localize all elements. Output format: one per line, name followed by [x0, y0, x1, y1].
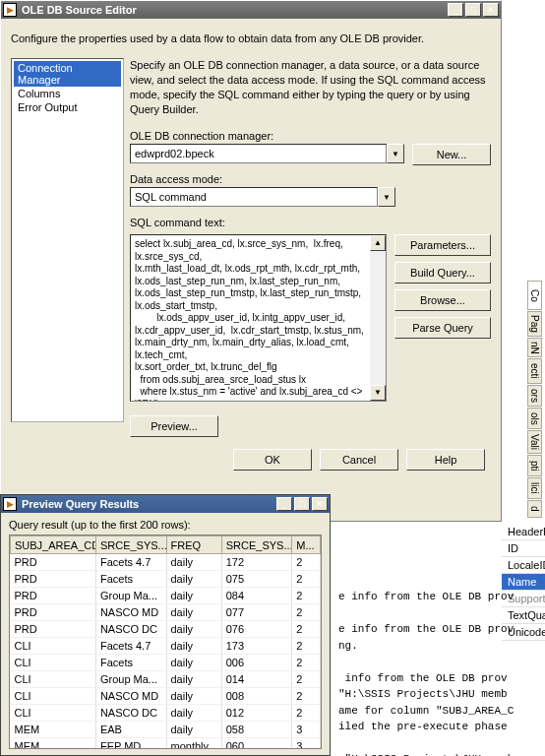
table-row[interactable]: PRDNASCO MDdaily0772 [11, 604, 321, 621]
preview-subtitle: Query result (up to the first 200 rows): [9, 519, 322, 531]
table-row[interactable]: CLIGroup Ma...daily0142 [11, 671, 321, 688]
cell: 058 [221, 722, 292, 738]
cell: 077 [221, 604, 292, 621]
minimize-button[interactable]: _ [276, 497, 292, 511]
cell: CLI [11, 671, 96, 688]
table-row[interactable]: CLIFacetsdaily0062 [11, 655, 321, 671]
cell: 075 [221, 571, 292, 588]
table-row[interactable]: MEMFEP MDmonthly0603 [11, 738, 321, 750]
side-tab[interactable]: Co [527, 281, 542, 310]
cell: 3 [292, 738, 321, 750]
col-header[interactable]: SUBJ_AREA_CD [11, 536, 96, 554]
bg-log: e info from the OLE DB prov e info from … [338, 589, 514, 756]
results-grid[interactable]: SUBJ_AREA_CDSRCE_SYS...FREQSRCE_SYS...M.… [9, 535, 322, 749]
cell: daily [166, 638, 221, 655]
parse-query-button[interactable]: Parse Query [394, 317, 491, 339]
help-button[interactable]: Help [406, 449, 485, 471]
side-tabs: Co Pag nN ecti ors ols Vali pti lici d [527, 281, 545, 519]
maximize-button[interactable]: □ [294, 497, 310, 511]
scroll-down-button[interactable]: ▼ [370, 385, 386, 401]
cell: PRD [11, 621, 96, 638]
table-row[interactable]: PRDFacetsdaily0752 [11, 571, 321, 588]
side-tab[interactable]: ors [527, 385, 542, 407]
cell: 008 [221, 688, 292, 705]
cell: 084 [221, 588, 292, 604]
col-header[interactable]: FREQ [166, 536, 221, 554]
prop-item: HeaderR [502, 524, 545, 540]
col-header[interactable]: SRCE_SYS... [221, 536, 292, 554]
window-title: Preview Query Results [20, 498, 274, 510]
side-tab[interactable]: Pag [527, 311, 542, 337]
table-row[interactable]: CLINASCO DCdaily0122 [11, 705, 321, 722]
side-tab[interactable]: ols [527, 408, 542, 429]
cell: 3 [292, 722, 321, 738]
preview-button[interactable]: Preview... [130, 415, 218, 437]
side-tab[interactable]: ecti [527, 358, 542, 384]
cell: CLI [11, 688, 96, 705]
cell: 012 [221, 705, 292, 722]
prop-item: ID [502, 540, 545, 557]
side-tab[interactable]: lici [527, 477, 542, 499]
table-row[interactable]: CLINASCO MDdaily0082 [11, 688, 321, 705]
nav-columns[interactable]: Columns [14, 87, 121, 100]
cell: daily [166, 722, 221, 738]
cell: NASCO DC [95, 621, 166, 638]
browse-button[interactable]: Browse... [394, 289, 491, 311]
side-tab[interactable]: pti [527, 455, 542, 476]
cell: PRD [11, 571, 96, 588]
cell: 2 [292, 671, 321, 688]
cell: daily [166, 671, 221, 688]
mode-input[interactable] [130, 187, 378, 207]
cell: 2 [292, 705, 321, 722]
cell: 2 [292, 621, 321, 638]
cell: 2 [292, 571, 321, 588]
build-query-button[interactable]: Build Query... [394, 262, 491, 284]
cell: 006 [221, 655, 292, 671]
cell: 014 [221, 671, 292, 688]
cell: Facets [95, 571, 166, 588]
app-icon: ▶ [3, 497, 17, 511]
nav-list[interactable]: Connection Manager Columns Error Output [11, 58, 124, 422]
nav-connection-manager[interactable]: Connection Manager [14, 61, 121, 87]
table-row[interactable]: CLIFacets 4.7daily1732 [11, 638, 321, 655]
new-button[interactable]: New... [412, 144, 491, 165]
app-icon: ▶ [3, 3, 17, 17]
close-button[interactable]: ✕ [483, 3, 499, 17]
side-tab[interactable]: Vali [527, 430, 542, 454]
cell: daily [166, 688, 221, 705]
close-button[interactable]: ✕ [312, 497, 328, 511]
cell: Group Ma... [95, 671, 166, 688]
table-row[interactable]: PRDNASCO DCdaily0762 [11, 621, 321, 638]
cell: 060 [221, 738, 292, 750]
scroll-up-button[interactable]: ▲ [370, 235, 386, 251]
conn-dropdown[interactable]: ▼ [387, 144, 404, 163]
titlebar[interactable]: ▶ Preview Query Results _ □ ✕ [1, 495, 330, 513]
col-header[interactable]: SRCE_SYS... [95, 536, 166, 554]
scrollbar[interactable] [370, 251, 386, 385]
table-row[interactable]: PRDFacets 4.7daily1722 [11, 554, 321, 571]
table-row[interactable]: MEMEABdaily0583 [11, 722, 321, 738]
conn-input[interactable] [130, 144, 387, 163]
cancel-button[interactable]: Cancel [320, 449, 398, 471]
side-tab[interactable]: nN [527, 338, 542, 357]
cell: FEP MD [95, 738, 166, 750]
col-header[interactable]: M... [292, 536, 321, 554]
nav-error-output[interactable]: Error Output [14, 100, 121, 114]
cell: PRD [11, 604, 96, 621]
side-tab[interactable]: d [527, 500, 542, 518]
table-row[interactable]: PRDGroup Ma...daily0842 [11, 588, 321, 604]
cell: daily [166, 655, 221, 671]
prop-item: LocaleID [502, 557, 545, 574]
minimize-button[interactable]: _ [448, 3, 463, 17]
conn-label: OLE DB connection manager: [130, 130, 491, 142]
preview-query-results-window: ▶ Preview Query Results _ □ ✕ Query resu… [0, 494, 331, 756]
ok-button[interactable]: OK [233, 449, 312, 471]
cell: CLI [11, 638, 96, 655]
mode-dropdown[interactable]: ▼ [378, 187, 395, 207]
parameters-button[interactable]: Parameters... [394, 234, 491, 256]
maximize-button[interactable]: □ [465, 3, 481, 17]
titlebar[interactable]: ▶ OLE DB Source Editor _ □ ✕ [1, 1, 501, 19]
sql-textarea[interactable]: select lx.subj_area_cd, lx.srce_sys_nm, … [130, 234, 387, 402]
cell: 173 [221, 638, 292, 655]
instructions-text: Configure the properties used by a data … [11, 32, 491, 44]
